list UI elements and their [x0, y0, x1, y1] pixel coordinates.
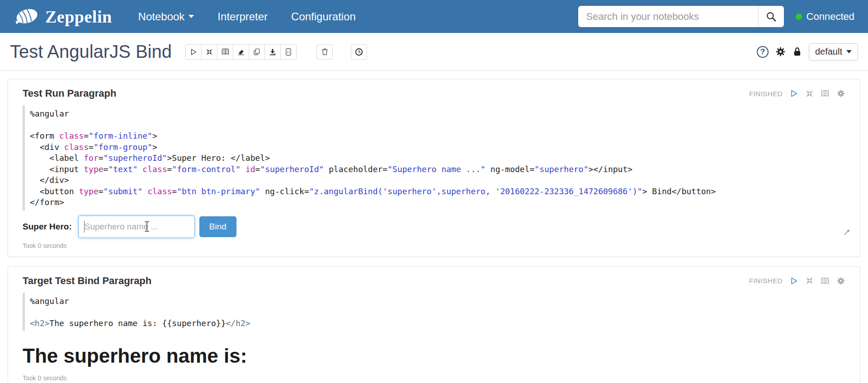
paragraph-target-bind: Target Test Bind Paragraph FINISHED [8, 266, 860, 383]
remove-note-button[interactable] [316, 44, 333, 60]
clone-note-button[interactable] [249, 44, 265, 60]
bind-button[interactable]: Bind [199, 216, 236, 237]
export-note-button[interactable] [264, 44, 281, 60]
paragraph-controls: FINISHED [749, 276, 845, 285]
run-all-paragraphs-button[interactable] [185, 44, 202, 60]
search-input[interactable] [578, 6, 758, 27]
paragraph-resize-handle[interactable] [843, 229, 850, 236]
execution-time: Took 0 seconds [23, 242, 845, 249]
paragraph-settings-gear-icon[interactable] [836, 89, 845, 98]
execution-time: Took 0 seconds [23, 374, 845, 382]
clock-icon [354, 47, 363, 56]
note-content: Test Run Paragraph FINISHED [0, 71, 868, 383]
chevron-down-icon [189, 15, 194, 18]
connection-status-label: Connected [807, 11, 854, 23]
note-toolbar: Test AngularJS Bind [0, 33, 868, 71]
code-file-icon [284, 48, 292, 56]
connected-dot-icon [796, 14, 802, 20]
book-icon [221, 47, 230, 56]
code-editor[interactable]: %angular <form class="form-inline"> <div… [23, 105, 845, 210]
paragraph-test-run: Test Run Paragraph FINISHED [8, 79, 860, 257]
search-button[interactable] [758, 6, 784, 27]
run-paragraph-button[interactable] [789, 89, 798, 98]
run-paragraph-button[interactable] [789, 276, 798, 285]
text-caret [84, 221, 85, 233]
chevron-down-icon [846, 50, 852, 53]
clear-output-button[interactable] [233, 44, 249, 60]
book-icon[interactable] [821, 276, 830, 285]
code-editor[interactable]: %angular <h2>The superhero name is: {{su… [23, 293, 845, 332]
ibeam-cursor-icon [144, 221, 150, 232]
eraser-icon [237, 48, 245, 56]
lock-icon[interactable] [793, 47, 802, 57]
note-action-group [185, 44, 297, 60]
play-icon [189, 48, 198, 56]
angular-output-heading: The superhero name is: [23, 345, 845, 367]
interpreter-binding-dropdown[interactable]: default [809, 43, 858, 61]
superhero-label: Super Hero: [23, 222, 72, 232]
notebook-search [578, 6, 784, 27]
angular-form-output: Super Hero: Bind [23, 215, 845, 238]
shrink-icon[interactable] [805, 276, 814, 285]
search-icon [765, 11, 777, 23]
nav-item-interpreter[interactable]: Interpreter [217, 10, 268, 23]
shrink-icon[interactable] [805, 89, 814, 98]
brand-name: Zeppelin [45, 7, 112, 27]
nav-item-notebook[interactable]: Notebook [138, 10, 194, 23]
zeppelin-logo[interactable]: Zeppelin [14, 6, 112, 27]
superhero-name-input[interactable] [78, 215, 195, 238]
scheduler-button[interactable] [351, 44, 367, 60]
toggle-output-button[interactable] [217, 44, 233, 60]
paragraph-title: Target Test Bind Paragraph [23, 275, 151, 287]
code-view-button[interactable] [280, 44, 297, 60]
collapse-code-button[interactable] [201, 44, 217, 60]
nav-item-configuration[interactable]: Configuration [291, 10, 356, 23]
book-icon[interactable] [821, 89, 830, 98]
zeppelin-blimp-icon [14, 6, 40, 27]
download-icon [269, 48, 277, 56]
paragraph-controls: FINISHED [749, 89, 845, 98]
gear-icon[interactable] [775, 47, 786, 57]
main-nav: Notebook Interpreter Configuration [138, 10, 356, 23]
note-toolbar-right: ? default [757, 43, 858, 61]
paragraph-title: Test Run Paragraph [23, 88, 116, 99]
top-navbar: Zeppelin Notebook Interpreter Configurat… [0, 0, 868, 33]
status-badge: FINISHED [749, 90, 783, 98]
paragraph-settings-gear-icon[interactable] [836, 276, 845, 285]
shrink-icon [205, 48, 213, 56]
connection-status: Connected [796, 11, 854, 23]
note-title[interactable]: Test AngularJS Bind [10, 42, 172, 62]
trash-icon [321, 47, 329, 56]
clone-icon [253, 48, 261, 56]
status-badge: FINISHED [749, 277, 783, 285]
help-icon[interactable]: ? [757, 46, 769, 58]
